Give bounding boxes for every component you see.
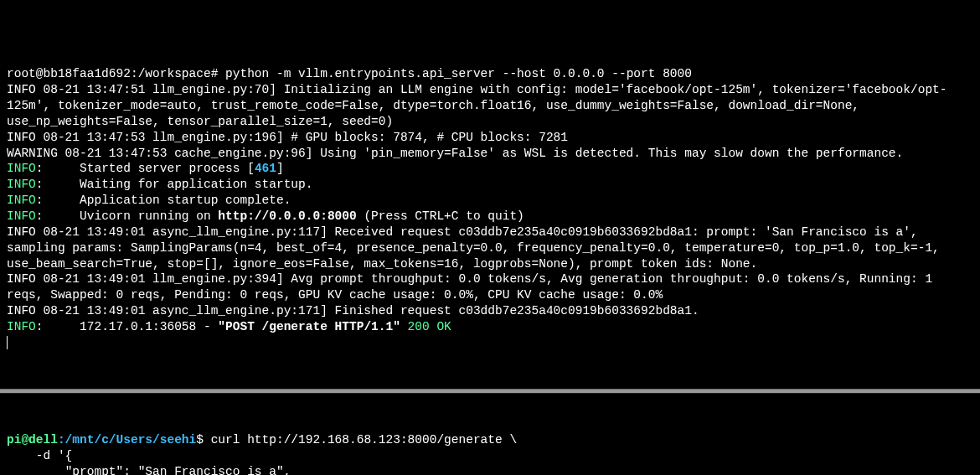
log-gpu-blocks: INFO 08-21 13:47:53 llm_engine.py:196] #… — [7, 130, 973, 146]
prompt-path: :/workspace# — [131, 67, 218, 80]
curl-body-open: -d '{ — [7, 448, 973, 464]
http-status: 200 OK — [400, 320, 451, 333]
prompt-user-host: root@bb18faa1d692 — [7, 67, 131, 80]
info-label: INFO — [7, 162, 36, 175]
cursor-line[interactable] — [7, 335, 973, 351]
process-id: 461 — [255, 162, 276, 175]
log-startup-complete: INFO: Application startup complete. — [7, 193, 973, 209]
log-uvicorn-running: INFO: Uvicorn running on http://0.0.0.0:… — [7, 209, 973, 225]
server-prompt-line: root@bb18faa1d692:/workspace# python -m … — [7, 66, 973, 82]
info-label: INFO — [7, 178, 36, 191]
log-received-request: INFO 08-21 13:49:01 async_llm_engine.py:… — [7, 225, 973, 272]
cursor-icon — [7, 336, 8, 349]
info-label: INFO — [7, 194, 36, 207]
client-terminal-output: pi@dell:/mnt/c/Users/seehi$ curl http://… — [7, 432, 973, 475]
client-ip: 172.17.0.1:36058 - — [80, 320, 218, 333]
curl-body-prompt: "prompt": "San Francisco is a", — [7, 464, 973, 475]
info-label: INFO — [7, 320, 36, 333]
log-throughput: INFO 08-21 13:49:01 llm_engine.py:394] A… — [7, 271, 973, 303]
prompt-symbol: $ — [196, 433, 204, 447]
client-user-host: pi@dell — [7, 433, 58, 447]
http-request: "POST /generate HTTP/1.1" — [218, 320, 400, 333]
log-engine-init: INFO 08-21 13:47:51 llm_engine.py:70] In… — [7, 82, 973, 130]
server-command: python -m vllm.entrypoints.api_server --… — [218, 67, 692, 80]
server-url: http://0.0.0.0:8000 — [218, 209, 356, 223]
info-label: INFO — [7, 209, 36, 223]
log-waiting-startup: INFO: Waiting for application startup. — [7, 177, 973, 193]
client-path: :/mnt/c/Users/seehi — [58, 433, 196, 447]
terminal-output: root@bb18faa1d692:/workspace# python -m … — [7, 66, 973, 350]
log-started-server: INFO: Started server process [461] — [7, 161, 973, 177]
log-access: INFO: 172.17.0.1:36058 - "POST /generate… — [7, 319, 973, 335]
log-warning-pin-memory: WARNING 08-21 13:47:53 cache_engine.py:9… — [7, 146, 973, 162]
curl-command: curl http://192.168.68.123:8000/generate… — [204, 433, 517, 447]
client-prompt-line: pi@dell:/mnt/c/Users/seehi$ curl http://… — [7, 432, 973, 448]
log-finished-request: INFO 08-21 13:49:01 async_llm_engine.py:… — [7, 303, 973, 319]
started-text: Started server process [ — [80, 162, 255, 175]
pane-divider[interactable] — [0, 389, 980, 394]
